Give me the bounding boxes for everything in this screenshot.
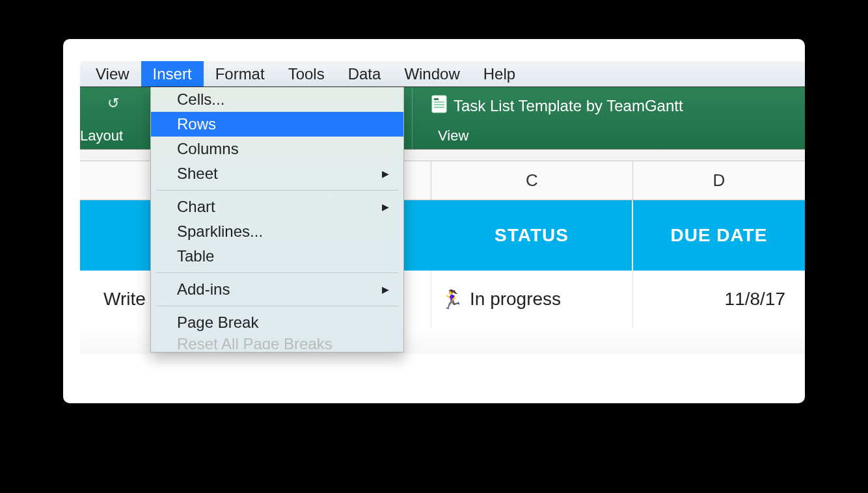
runner-icon: 🏃‍♀️ [441,289,463,310]
mac-menu-bar: View Insert Format Tools Data Window Hel… [80,61,805,87]
menu-view[interactable]: View [84,61,141,87]
svg-rect-2 [434,101,444,103]
app-window: View Insert Format Tools Data Window Hel… [80,61,805,380]
table-header-due-date[interactable]: DUE DATE [633,200,805,271]
menu-item-label: Sparklines... [177,222,263,241]
menu-item-label: Chart [177,198,215,216]
menu-item-label: Rows [177,115,216,133]
menu-item-sparklines[interactable]: Sparklines... [151,219,403,244]
menu-item-label: Page Break [177,313,258,332]
menu-insert[interactable]: Insert [141,61,204,87]
menu-item-label: Columns [177,140,239,158]
menu-item-reset-page-breaks[interactable]: Reset All Page Breaks [151,335,403,349]
cell-status[interactable]: 🏃‍♀️ In progress [431,271,633,328]
menu-item-sheet[interactable]: Sheet ▶ [151,161,403,186]
status-text: In progress [470,289,561,310]
menu-item-page-break[interactable]: Page Break [151,310,403,335]
insert-dropdown-menu: Cells... Rows Columns Sheet ▶ Chart ▶ Sp… [150,87,404,353]
cell-due-date[interactable]: 11/8/17 [633,271,805,328]
menu-divider [156,190,398,191]
menu-help[interactable]: Help [472,61,527,87]
table-header-status[interactable]: STATUS [431,200,633,271]
menu-format[interactable]: Format [204,61,277,87]
svg-rect-1 [434,98,439,100]
excel-file-icon [431,95,447,117]
menu-item-label: Cells... [177,90,224,109]
svg-rect-3 [434,104,444,105]
column-header-c[interactable]: C [431,161,633,200]
document-title-group: Task List Template by TeamGantt [431,95,683,117]
menu-item-label: Table [177,247,214,265]
menu-divider [156,306,398,306]
document-title: Task List Template by TeamGantt [454,97,683,115]
menu-item-table[interactable]: Table [151,244,403,269]
ribbon-separator [412,87,413,149]
menu-data[interactable]: Data [336,61,393,87]
menu-item-cells[interactable]: Cells... [151,87,403,112]
menu-item-addins[interactable]: Add-ins ▶ [151,277,403,302]
chevron-right-icon: ▶ [382,202,389,212]
menu-divider [156,273,398,273]
column-header-d[interactable]: D [633,161,805,200]
ribbon-tab-view[interactable]: View [438,127,468,144]
chevron-right-icon: ▶ [382,168,389,179]
menu-tools[interactable]: Tools [277,61,336,87]
menu-item-label: Sheet [177,165,218,183]
menu-window[interactable]: Window [392,61,471,87]
svg-rect-4 [434,107,444,108]
ribbon-tab-layout[interactable]: Layout [80,127,123,144]
menu-item-rows[interactable]: Rows [151,112,403,137]
chevron-right-icon: ▶ [382,284,389,295]
screenshot-card: View Insert Format Tools Data Window Hel… [63,39,805,403]
menu-item-columns[interactable]: Columns [151,137,403,161]
menu-item-label: Add-ins [177,280,230,299]
refresh-icon[interactable]: ↺ [107,95,119,112]
menu-item-chart[interactable]: Chart ▶ [151,194,403,219]
